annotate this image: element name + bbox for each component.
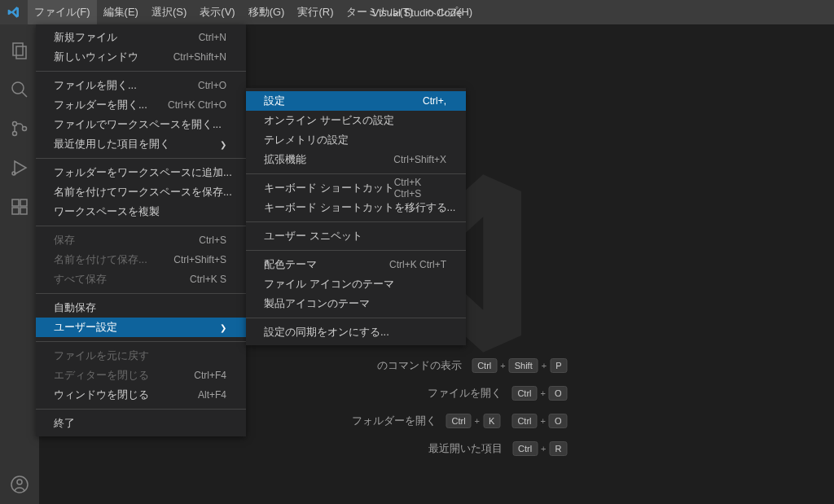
source-control-icon[interactable]: [0, 109, 39, 148]
chevron-right-icon: ❯: [220, 323, 226, 332]
menu-go[interactable]: 移動(G): [242, 0, 292, 24]
menu-separator: [36, 71, 246, 72]
key-separator: +: [541, 416, 546, 426]
menu-separator: [246, 221, 466, 222]
menu-item-label: ユーザー スニペット: [264, 229, 362, 243]
file-menu-item-1-1[interactable]: フォルダーを開く...Ctrl+K Ctrl+O: [36, 95, 246, 115]
preferences-submenu: 設定Ctrl+,オンライン サービスの設定テレメトリの設定拡張機能Ctrl+Sh…: [246, 88, 466, 345]
menu-view[interactable]: 表示(V): [193, 0, 241, 24]
svg-point-6: [23, 127, 27, 131]
prefs-submenu-item-1-0[interactable]: キーボード ショートカットCtrl+K Ctrl+S: [246, 178, 466, 198]
menu-item-label: 終了: [54, 416, 75, 431]
file-menu-item-0-1[interactable]: 新しいウィンドウCtrl+Shift+N: [36, 47, 246, 67]
file-menu-item-4-1[interactable]: ユーザー設定❯: [36, 318, 246, 337]
prefs-submenu-item-3-2[interactable]: 製品アイコンのテーマ: [246, 294, 466, 313]
file-menu-item-6-0[interactable]: 終了: [36, 414, 246, 433]
svg-rect-11: [12, 208, 19, 214]
prefs-submenu-item-0-3[interactable]: 拡張機能Ctrl+Shift+X: [246, 150, 466, 169]
menu-item-label: フォルダーを開く...: [54, 98, 147, 112]
menu-file[interactable]: ファイル(F): [28, 0, 97, 24]
file-menu-item-5-2[interactable]: ウィンドウを閉じるAlt+F4: [36, 385, 246, 405]
key: Ctrl: [511, 386, 537, 401]
prefs-submenu-item-0-1[interactable]: オンライン サービスの設定: [246, 111, 466, 130]
menu-item-label: ファイルを開く...: [54, 78, 137, 93]
file-menu-item-3-0: 保存Ctrl+S: [36, 230, 246, 250]
key: P: [550, 358, 567, 373]
file-menu-item-4-0[interactable]: 自動保存: [36, 298, 246, 318]
menu-item-label: 名前を付けて保存...: [54, 252, 147, 267]
menu-run[interactable]: 実行(R): [291, 0, 340, 24]
menu-item-label: オンライン サービスの設定: [264, 113, 394, 128]
key-separator: +: [542, 361, 546, 370]
hint-keys: Ctrl+R: [512, 441, 568, 456]
svg-point-5: [13, 132, 17, 136]
hint-label: 最近開いた項目: [372, 441, 503, 456]
svg-point-14: [17, 480, 22, 484]
svg-rect-9: [12, 199, 19, 206]
prefs-submenu-item-0-0[interactable]: 設定Ctrl+,: [246, 91, 466, 111]
menu-item-label: ウィンドウを閉じる: [54, 388, 149, 402]
menu-item-label: ワークスペースを複製: [54, 204, 160, 219]
menu-item-shortcut: Ctrl+N: [199, 32, 226, 43]
menu-item-shortcut: Ctrl+K Ctrl+S: [394, 177, 446, 199]
activity-bar: [0, 24, 39, 504]
accounts-icon[interactable]: [0, 465, 39, 504]
file-menu-item-1-2[interactable]: ファイルでワークスペースを開く...: [36, 115, 246, 134]
menu-item-label: 自動保存: [54, 300, 96, 315]
search-icon[interactable]: [0, 70, 39, 109]
file-menu-item-1-3[interactable]: 最近使用した項目を開く❯: [36, 134, 246, 154]
file-menu-item-5-1: エディターを閉じるCtrl+F4: [36, 366, 246, 385]
file-menu-item-2-1[interactable]: 名前を付けてワークスペースを保存...: [36, 182, 246, 202]
menu-item-label: テレメトリの設定: [264, 133, 349, 147]
key: Ctrl: [512, 441, 538, 456]
explorer-icon[interactable]: [0, 31, 39, 70]
menu-item-label: 保存: [54, 233, 75, 248]
svg-point-2: [12, 82, 24, 94]
menu-item-shortcut: Ctrl+Shift+X: [393, 154, 446, 165]
hint-label: フォルダーを開く: [306, 414, 437, 428]
welcome-hints: のコマンドの表示Ctrl+Shift+Pファイルを開くCtrl+Oフォルダーを開…: [306, 358, 568, 456]
menu-item-label: 配色テーマ: [264, 257, 317, 272]
file-menu-item-0-0[interactable]: 新規ファイルCtrl+N: [36, 28, 246, 47]
key: Ctrl: [511, 414, 537, 428]
menu-selection[interactable]: 選択(S): [145, 0, 193, 24]
file-menu-item-2-2[interactable]: ワークスペースを複製: [36, 202, 246, 221]
svg-rect-12: [20, 208, 27, 214]
prefs-submenu-item-2-0[interactable]: ユーザー スニペット: [246, 226, 466, 246]
menu-item-label: 製品アイコンのテーマ: [264, 296, 370, 311]
menu-item-shortcut: Ctrl+F4: [194, 370, 226, 381]
prefs-submenu-item-3-1[interactable]: ファイル アイコンのテーマ: [246, 274, 466, 294]
run-debug-icon[interactable]: [0, 148, 39, 187]
svg-rect-0: [13, 43, 23, 55]
hint-keys: Ctrl+Shift+P: [472, 358, 567, 373]
window-title: Visual Studio Code: [372, 7, 462, 19]
menu-item-label: すべて保存: [54, 272, 107, 287]
key-separator: +: [541, 388, 546, 398]
menu-item-label: 設定: [264, 94, 285, 108]
svg-rect-1: [16, 46, 26, 59]
file-menu-item-1-0[interactable]: ファイルを開く...Ctrl+O: [36, 76, 246, 95]
menu-item-label: 設定の同期をオンにする...: [264, 325, 389, 340]
extensions-icon[interactable]: [0, 187, 39, 226]
prefs-submenu-item-4-0[interactable]: 設定の同期をオンにする...: [246, 322, 466, 342]
hint-label: のコマンドの表示: [331, 358, 462, 373]
file-menu-item-3-1: 名前を付けて保存...Ctrl+Shift+S: [36, 250, 246, 270]
menu-item-shortcut: Ctrl+K Ctrl+O: [168, 99, 226, 111]
svg-rect-10: [20, 199, 27, 206]
menu-separator: [246, 173, 466, 174]
file-menu-item-2-0[interactable]: フォルダーをワークスペースに追加...: [36, 163, 246, 182]
svg-marker-7: [15, 161, 26, 174]
menu-item-label: キーボード ショートカットを移行する...: [264, 200, 455, 215]
menu-edit[interactable]: 編集(E): [97, 0, 145, 24]
titlebar: ファイル(F)編集(E)選択(S)表示(V)移動(G)実行(R)ターミナル(T)…: [0, 0, 834, 24]
vscode-logo-icon: [0, 6, 28, 19]
menu-item-shortcut: Alt+F4: [198, 389, 226, 401]
menu-item-label: ファイルでワークスペースを開く...: [54, 117, 222, 132]
svg-point-8: [12, 172, 15, 175]
hint-row-2: フォルダーを開くCtrl+KCtrl+O: [306, 414, 568, 428]
prefs-submenu-item-1-1[interactable]: キーボード ショートカットを移行する...: [246, 198, 466, 217]
prefs-submenu-item-0-2[interactable]: テレメトリの設定: [246, 130, 466, 150]
menu-item-label: エディターを閉じる: [54, 368, 149, 383]
prefs-submenu-item-3-0[interactable]: 配色テーマCtrl+K Ctrl+T: [246, 255, 466, 274]
menu-item-label: 拡張機能: [264, 152, 306, 167]
